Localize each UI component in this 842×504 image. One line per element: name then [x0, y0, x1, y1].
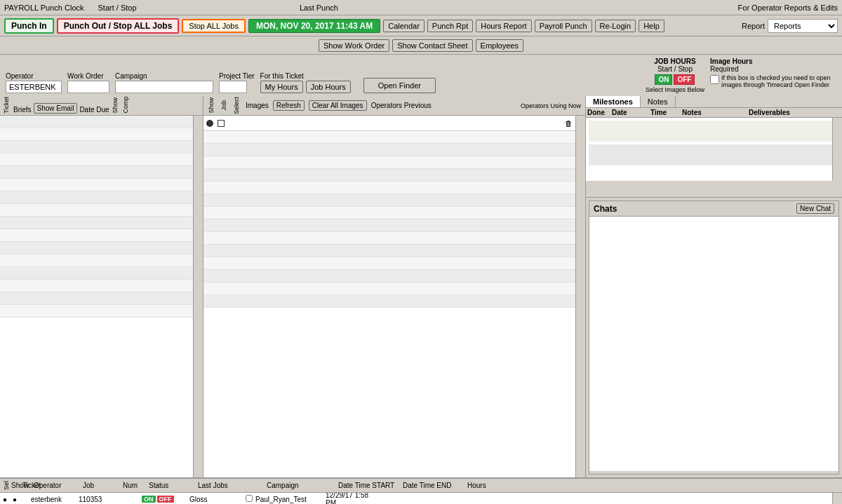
report-label: Report: [742, 22, 765, 30]
operators-previous-label: Operators Previous: [371, 102, 432, 109]
show-contact-sheet-button[interactable]: Show Contact Sheet: [392, 39, 472, 52]
job-middle-label: Job: [220, 100, 229, 111]
row1-campaign: Paul_Ryan_Test: [254, 496, 324, 503]
middle-scrollbar[interactable]: [575, 116, 585, 477]
table-row: [0, 116, 193, 128]
select-middle-label: Select: [233, 97, 241, 114]
section1-label: Start / Stop: [98, 4, 137, 12]
table-row: [0, 280, 193, 292]
tab-row: Milestones Notes: [586, 96, 842, 108]
campaign-bottom-col: Campaign: [267, 482, 337, 489]
payroll-punch-button[interactable]: Payroll Punch: [535, 20, 592, 32]
trash-icon[interactable]: 🗑: [565, 119, 573, 128]
table-row: [203, 282, 575, 295]
milestones-scrollbar[interactable]: [832, 118, 842, 181]
project-tier-input[interactable]: [219, 81, 247, 93]
bottom-table: ● ● esterbenk 110353 ON OFF Gloss Paul_R…: [0, 493, 842, 504]
bottom-scrollbar[interactable]: [832, 493, 842, 504]
show-email-button[interactable]: Show Email: [34, 103, 78, 114]
middle-panel-header: Show Job Select Images Refresh Clear All…: [203, 96, 585, 116]
chats-label: Chats: [594, 204, 617, 214]
on-button[interactable]: ON: [655, 74, 672, 85]
hours-report-button[interactable]: Hours Report: [476, 20, 531, 32]
table-row: [0, 254, 193, 267]
row1-sel[interactable]: ●: [0, 496, 10, 503]
job-hours-button[interactable]: Job Hours: [306, 81, 351, 93]
done-col-header: Done: [587, 109, 612, 116]
off-button[interactable]: OFF: [674, 74, 695, 85]
employees-button[interactable]: Employees: [476, 39, 523, 52]
new-chat-button[interactable]: New Chat: [796, 203, 834, 214]
operator-label: Operator: [6, 72, 62, 80]
work-order-input[interactable]: [67, 81, 109, 93]
num-bottom-col: Num: [123, 482, 147, 489]
middle-panel-body: 🗑: [203, 116, 585, 477]
my-hours-button[interactable]: My Hours: [260, 81, 303, 93]
milestones-header: Done Date Time Notes Deliverables: [586, 108, 842, 118]
row1-start: 12/29/17 1:58PM: [324, 493, 387, 504]
operator-bottom-col: Operator: [34, 482, 81, 489]
middle-row-icons: 🗑: [203, 116, 575, 131]
refresh-button[interactable]: Refresh: [273, 100, 305, 111]
help-button[interactable]: Help: [639, 20, 664, 32]
milestones-section: Milestones Notes Done Date Time Notes De…: [586, 96, 842, 198]
row1-campaign-check[interactable]: [244, 495, 254, 503]
stop-all-button[interactable]: Stop ALL Jobs: [182, 19, 246, 33]
tab-milestones[interactable]: Milestones: [586, 96, 641, 107]
punch-out-button[interactable]: Punch Out / Stop ALL Jobs: [57, 18, 180, 34]
middle-panel: Show Job Select Images Refresh Clear All…: [203, 96, 586, 477]
left-scrollbar[interactable]: [193, 116, 203, 477]
table-row: [203, 169, 575, 182]
status-bottom-col: Status: [149, 482, 196, 489]
table-row: [203, 131, 575, 144]
operator-input[interactable]: [6, 81, 62, 93]
clear-all-images-button[interactable]: Clear All Images: [309, 100, 367, 111]
show-bottom-col: Show: [11, 482, 21, 489]
table-row: [203, 257, 575, 270]
app-title: PAYROLL Punch Clock: [4, 4, 84, 12]
punch-rpt-button[interactable]: Punch Rpt: [427, 20, 473, 32]
show-middle-label: Show: [208, 97, 216, 114]
row1-status: ON OFF: [140, 496, 188, 503]
show-vertical-label: Show: [112, 97, 120, 114]
table-row: ● ● esterbenk 110353 ON OFF Gloss Paul_R…: [0, 493, 832, 504]
required-label: Required: [710, 65, 836, 73]
row1-show[interactable]: ●: [10, 496, 20, 503]
title-bar: PAYROLL Punch Clock Start / Stop Last Pu…: [0, 0, 842, 15]
middle-grid: 🗑: [203, 116, 575, 477]
chats-container: Chats New Chat: [589, 200, 839, 475]
campaign-input[interactable]: [115, 81, 213, 93]
form-row: Operator Work Order Campaign Project Tie…: [0, 55, 842, 96]
select-images-label: Select Images Below: [646, 86, 704, 93]
image-hours-checkbox[interactable]: [710, 75, 719, 84]
work-order-group: Work Order: [67, 72, 109, 93]
table-row: [203, 156, 575, 169]
left-panel-grid: // Generate grid rows inline: [0, 116, 193, 477]
job-hours-section: JOB HOURS Start / Stop ON OFF Select Ima…: [646, 57, 704, 93]
tab-notes[interactable]: Notes: [641, 96, 676, 107]
last-jobs-col: Last Jobs: [198, 482, 254, 489]
operators-using-now-label: Operators Using Now: [521, 102, 581, 109]
on-off-control: ON OFF: [646, 74, 704, 85]
for-this-ticket-label: For this Ticket: [260, 72, 351, 80]
open-finder-button[interactable]: Open Finder: [363, 78, 436, 93]
milestones-row2: [589, 144, 839, 165]
images-label: Images: [246, 102, 269, 109]
time-col-header: Time: [650, 109, 682, 116]
calendar-button[interactable]: Calendar: [383, 20, 425, 32]
reports-select[interactable]: Reports: [768, 19, 838, 33]
table-row: [0, 204, 193, 217]
show-work-order-button[interactable]: Show Work Order: [319, 39, 389, 52]
re-login-button[interactable]: Re-Login: [595, 20, 636, 32]
campaign-group: Campaign: [115, 72, 213, 93]
table-row: [0, 179, 193, 191]
chats-body: [589, 217, 838, 471]
punch-in-button[interactable]: Punch In: [4, 18, 54, 34]
operator-group: Operator: [6, 72, 62, 93]
image-hours-checkbox-row: If this box is checked you need to open …: [710, 74, 836, 88]
complete-vertical-label: Complete: [122, 96, 131, 114]
main-toolbar: Punch In Punch Out / Stop ALL Jobs Stop …: [0, 15, 842, 36]
chats-header: Chats New Chat: [589, 201, 838, 217]
row1-on-status: ON: [142, 496, 156, 503]
table-row: [0, 305, 193, 318]
